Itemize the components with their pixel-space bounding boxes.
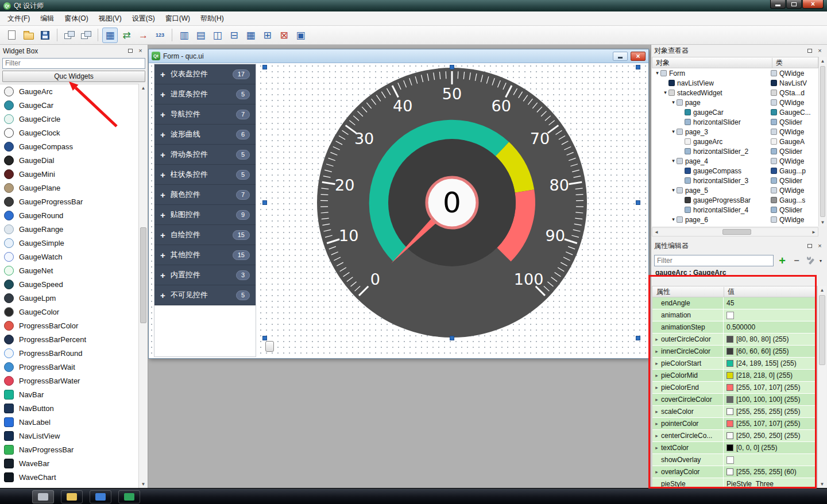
property-row[interactable]: ▸ pieColorMid [218, 218, 0] (255) bbox=[652, 370, 817, 382]
form-minimize-button[interactable] bbox=[613, 52, 628, 61]
edit-signals-slots-button[interactable]: ⇄ bbox=[119, 28, 134, 43]
layout-horizontal-splitter-button[interactable]: ◫ bbox=[210, 28, 225, 43]
selection-handle[interactable] bbox=[262, 200, 267, 205]
gauge-arc-widget[interactable]: 01020304050607080901000 bbox=[265, 67, 639, 338]
scroll-down-icon[interactable]: ▼ bbox=[139, 480, 148, 488]
layout-grid-button[interactable]: ▦ bbox=[243, 28, 258, 43]
nav-list-item[interactable]: + 波形曲线 6 bbox=[154, 125, 256, 145]
nav-list-item[interactable]: + 导航控件 7 bbox=[154, 104, 256, 125]
scroll-up-icon[interactable]: ▲ bbox=[819, 57, 826, 65]
menu-item[interactable]: 视图(V) bbox=[94, 12, 127, 25]
dock-close-button[interactable]: × bbox=[816, 242, 824, 250]
object-tree-row[interactable]: ▾ page QWidge bbox=[652, 98, 818, 107]
scrollbar-thumb[interactable] bbox=[820, 66, 825, 217]
widget-box-item[interactable]: NavProgressBar bbox=[0, 443, 138, 456]
property-table-header[interactable]: 属性 值 bbox=[652, 286, 817, 297]
nav-list-item[interactable]: + 贴图控件 9 bbox=[154, 205, 256, 225]
nav-list-item[interactable]: + 仪表盘控件 17 bbox=[154, 64, 256, 84]
selection-handle[interactable] bbox=[262, 65, 267, 69]
selection-handle[interactable] bbox=[636, 65, 640, 69]
object-tree-row[interactable]: horizontalSlider_3 QSlider bbox=[652, 176, 818, 185]
widget-box-item[interactable]: NavButton bbox=[0, 401, 138, 415]
object-tree-row[interactable]: gaugeCar GaugeC... bbox=[652, 107, 818, 117]
scroll-right-icon[interactable]: ► bbox=[810, 230, 818, 235]
scrollbar-thumb[interactable] bbox=[722, 229, 751, 235]
expander-icon[interactable]: ▾ bbox=[670, 158, 677, 164]
menu-item[interactable]: 窗口(W) bbox=[160, 12, 195, 25]
property-row[interactable]: animationStep 0.500000 bbox=[652, 321, 817, 334]
menu-item[interactable]: 编辑 bbox=[35, 12, 59, 25]
widget-box-item[interactable]: GaugeMini bbox=[0, 167, 138, 181]
layout-horizontally-button[interactable]: ▥ bbox=[176, 28, 192, 43]
configure-button[interactable] bbox=[805, 255, 817, 266]
widget-box-item[interactable]: ProgressBarRound bbox=[0, 346, 138, 360]
property-editor-scrollbar[interactable]: ▲ ▼ bbox=[817, 286, 826, 488]
property-row[interactable]: ▸ pieColorStart [24, 189, 155] (255) bbox=[652, 358, 817, 370]
property-row[interactable]: ▸ centerCircleCo... [250, 250, 250] (255… bbox=[652, 430, 817, 442]
edit-buddies-button[interactable]: → bbox=[136, 28, 151, 43]
widget-box-item[interactable]: GaugeProgressBar bbox=[0, 195, 138, 208]
nav-list-item[interactable]: + 其他控件 15 bbox=[154, 245, 256, 265]
break-layout-button[interactable]: ⊠ bbox=[276, 28, 292, 43]
scroll-up-icon[interactable]: ▲ bbox=[139, 84, 148, 92]
chevron-down-icon[interactable]: ▾ bbox=[820, 258, 824, 263]
save-form-button[interactable] bbox=[37, 28, 53, 43]
widget-box-item[interactable]: GaugeCompass bbox=[0, 139, 138, 153]
menu-item[interactable]: 文件(F) bbox=[2, 12, 35, 25]
minimize-button[interactable] bbox=[770, 0, 786, 9]
scroll-left-icon[interactable]: ◄ bbox=[652, 230, 660, 235]
object-inspector-column-header[interactable]: 对象 类 bbox=[652, 57, 818, 68]
property-row[interactable]: ▸ pieColorEnd [255, 107, 107] (255) bbox=[652, 382, 817, 394]
object-tree-row[interactable]: horizontalSlider_4 QSlider bbox=[652, 205, 818, 215]
widget-box-item[interactable]: NavBar bbox=[0, 387, 138, 401]
object-tree-row[interactable]: navListView NavListV bbox=[652, 78, 818, 88]
widget-box-item[interactable]: GaugeArc bbox=[0, 84, 138, 98]
expander-icon[interactable]: ▾ bbox=[670, 188, 677, 193]
close-button[interactable]: × bbox=[802, 0, 824, 9]
form-close-button[interactable]: × bbox=[631, 52, 646, 61]
widget-box-item[interactable]: WaveBar bbox=[0, 456, 138, 470]
edit-widgets-button[interactable]: ▦ bbox=[102, 28, 118, 43]
property-row[interactable]: pieStyle PieStyle_Three bbox=[652, 478, 817, 488]
object-tree-row[interactable]: gaugeArc GaugeA bbox=[652, 137, 818, 146]
menu-item[interactable]: 设置(S) bbox=[127, 12, 160, 25]
scrollbar-thumb[interactable] bbox=[819, 295, 825, 365]
horizontal-slider-handle[interactable] bbox=[265, 341, 274, 352]
object-tree-row[interactable]: horizontalSlider QSlider bbox=[652, 117, 818, 127]
menu-item[interactable]: 窗体(O) bbox=[59, 12, 93, 25]
widget-box-item[interactable]: ProgressBarWater bbox=[0, 374, 138, 387]
nav-list-item[interactable]: + 内置控件 3 bbox=[154, 265, 256, 285]
dock-close-button[interactable]: × bbox=[136, 47, 145, 55]
property-editor-header[interactable]: 属性编辑器 × bbox=[651, 240, 827, 252]
property-row[interactable]: ▸ textColor [0, 0, 0] (255) bbox=[652, 442, 817, 454]
object-tree-row[interactable]: ▾ page_3 QWidge bbox=[652, 127, 818, 137]
object-tree-vscrollbar[interactable]: ▲ ▼ bbox=[818, 57, 826, 226]
expander-icon[interactable]: ▾ bbox=[670, 129, 677, 134]
widget-box-item[interactable]: NavLabel bbox=[0, 415, 138, 429]
dock-float-button[interactable] bbox=[805, 47, 814, 55]
scrollbar-thumb[interactable] bbox=[140, 227, 146, 323]
open-form-button[interactable] bbox=[21, 28, 36, 43]
widget-box-item[interactable]: ProgressBarColor bbox=[0, 319, 138, 332]
widget-box-item[interactable]: GaugeRange bbox=[0, 222, 138, 236]
taskbar-app-3[interactable] bbox=[90, 490, 111, 503]
widget-box-item[interactable]: GaugeLpm bbox=[0, 291, 138, 305]
object-tree-hscrollbar[interactable]: ◄ ► bbox=[652, 227, 818, 237]
menu-item[interactable]: 帮助(H) bbox=[195, 12, 229, 25]
taskbar-app-folder[interactable] bbox=[61, 490, 83, 503]
property-row[interactable]: ▸ overlayColor [255, 255, 255] (60) bbox=[652, 466, 817, 478]
nav-list-item[interactable]: + 颜色控件 7 bbox=[154, 185, 256, 205]
property-row[interactable]: showOverlay bbox=[652, 454, 817, 466]
object-inspector-header[interactable]: 对象查看器 × bbox=[651, 45, 827, 57]
nav-listview-widget[interactable]: + 仪表盘控件 17 + 进度条控件 5 + 导航控件 7 + 波形曲线 6 +… bbox=[154, 64, 256, 357]
selection-handle[interactable] bbox=[636, 200, 640, 205]
layout-form-button[interactable]: ⊞ bbox=[260, 28, 275, 43]
widget-box-item[interactable]: GaugePlane bbox=[0, 181, 138, 195]
widget-box-item[interactable]: GaugeCar bbox=[0, 98, 138, 112]
selection-handle[interactable] bbox=[450, 336, 454, 340]
scroll-down-icon[interactable]: ▼ bbox=[818, 480, 826, 488]
scroll-down-icon[interactable]: ▼ bbox=[819, 218, 826, 226]
widget-box-category[interactable]: Quc Widgets bbox=[2, 71, 145, 82]
property-checkbox[interactable] bbox=[726, 312, 734, 319]
widget-box-header[interactable]: Widget Box × bbox=[0, 45, 148, 57]
